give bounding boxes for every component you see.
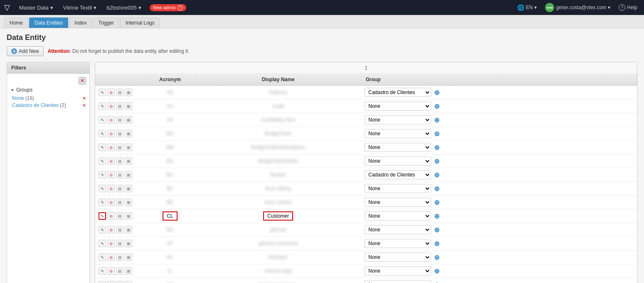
new-admin-badge[interactable]: New admin ? bbox=[150, 4, 186, 11]
filter-none-link[interactable]: None bbox=[12, 95, 24, 101]
language-selector[interactable]: 🌐 EN ▾ bbox=[515, 3, 540, 12]
delete-button[interactable]: ⊖ bbox=[107, 240, 115, 247]
add-group-button[interactable]: ⊕ bbox=[433, 226, 440, 233]
delete-button[interactable]: ⊖ bbox=[107, 171, 115, 179]
add-group-button[interactable]: ⊕ bbox=[433, 157, 440, 165]
edit-button[interactable]: ✎ bbox=[99, 130, 106, 137]
edit-button[interactable]: ✎ bbox=[99, 212, 106, 220]
edit-button[interactable]: ✎ bbox=[99, 253, 106, 261]
grid-button[interactable]: ⊞ bbox=[125, 267, 132, 275]
add-group-button[interactable]: ⊕ bbox=[433, 185, 440, 192]
group-select[interactable]: Cadastro de ClientesNone bbox=[365, 129, 431, 138]
nav-b2bstore[interactable]: b2bstore005 ▾ bbox=[102, 3, 145, 12]
nav-vitrine-textil[interactable]: Vitrine Textil ▾ bbox=[59, 3, 101, 12]
grid-button[interactable]: ⊞ bbox=[125, 102, 132, 110]
group-select[interactable]: Cadastro de ClientesNone bbox=[365, 239, 431, 248]
group-select[interactable]: Cadastro de ClientesNone bbox=[365, 88, 431, 97]
delete-button[interactable]: ⊖ bbox=[107, 157, 115, 165]
copy-button[interactable]: ⊟ bbox=[116, 89, 123, 96]
add-group-button[interactable]: ⊕ bbox=[433, 144, 440, 151]
delete-button[interactable]: ⊖ bbox=[107, 130, 115, 137]
grid-button[interactable]: ⊞ bbox=[125, 199, 132, 206]
edit-button[interactable]: ✎ bbox=[99, 116, 106, 124]
add-group-button[interactable]: ⊕ bbox=[433, 116, 440, 124]
copy-button[interactable]: ⊟ bbox=[116, 185, 123, 192]
edit-button[interactable]: ✎ bbox=[99, 267, 106, 275]
group-select[interactable]: Cadastro de ClientesNone bbox=[365, 266, 431, 276]
delete-button[interactable]: ⊖ bbox=[107, 89, 115, 96]
copy-button[interactable]: ⊟ bbox=[116, 226, 123, 233]
edit-button[interactable]: ✎ bbox=[99, 185, 106, 192]
add-group-button[interactable]: ⊕ bbox=[433, 267, 440, 275]
copy-button[interactable]: ⊟ bbox=[116, 144, 123, 151]
help-button[interactable]: ? Help bbox=[616, 3, 640, 12]
filter-group-toggle[interactable]: ▼ Groups bbox=[10, 87, 86, 93]
add-group-button[interactable]: ⊕ bbox=[433, 89, 440, 96]
add-group-button[interactable]: ⊕ bbox=[433, 171, 440, 179]
add-group-button[interactable]: ⊕ bbox=[433, 102, 440, 110]
delete-button[interactable]: ⊖ bbox=[107, 226, 115, 233]
group-select[interactable]: Cadastro de ClientesNone bbox=[365, 225, 431, 234]
delete-button[interactable]: ⊖ bbox=[107, 102, 115, 110]
delete-button[interactable]: ⊖ bbox=[107, 281, 115, 283]
delete-button[interactable]: ⊖ bbox=[107, 144, 115, 151]
edit-button[interactable]: ✎ bbox=[99, 89, 106, 96]
add-group-button[interactable]: ⊕ bbox=[433, 130, 440, 137]
group-select[interactable]: Cadastro de ClientesNone bbox=[365, 211, 431, 221]
filter-cadastro-remove[interactable]: ✕ bbox=[82, 103, 86, 108]
filter-none-remove[interactable]: ✕ bbox=[82, 96, 86, 101]
delete-button[interactable]: ⊖ bbox=[107, 199, 115, 206]
grid-button[interactable]: ⊞ bbox=[125, 157, 132, 165]
edit-button[interactable]: ✎ bbox=[99, 102, 106, 110]
copy-button[interactable]: ⊟ bbox=[116, 157, 123, 165]
copy-button[interactable]: ⊟ bbox=[116, 171, 123, 179]
copy-button[interactable]: ⊟ bbox=[116, 240, 123, 247]
group-select[interactable]: Cadastro de ClientesNone bbox=[365, 184, 431, 193]
grid-button[interactable]: ⊞ bbox=[125, 171, 132, 179]
tab-home[interactable]: Home bbox=[4, 17, 28, 28]
edit-button[interactable]: ✎ bbox=[99, 144, 106, 151]
group-select[interactable]: Cadastro de ClientesNone bbox=[365, 280, 431, 283]
copy-button[interactable]: ⊟ bbox=[116, 102, 123, 110]
delete-button[interactable]: ⊖ bbox=[107, 185, 115, 192]
delete-button[interactable]: ⊖ bbox=[107, 253, 115, 261]
tab-internal-logs[interactable]: Internal Logs bbox=[120, 17, 160, 28]
nav-master-data[interactable]: Master Data ▾ bbox=[15, 3, 57, 12]
copy-button[interactable]: ⊟ bbox=[116, 130, 123, 137]
grid-button[interactable]: ⊞ bbox=[125, 253, 132, 261]
copy-button[interactable]: ⊟ bbox=[116, 281, 123, 283]
grid-button[interactable]: ⊞ bbox=[125, 130, 132, 137]
tab-data-entities[interactable]: Data Entities bbox=[29, 17, 68, 28]
grid-button[interactable]: ⊞ bbox=[125, 281, 132, 283]
group-select[interactable]: Cadastro de ClientesNone bbox=[365, 170, 431, 179]
grid-button[interactable]: ⊞ bbox=[125, 144, 132, 151]
add-group-button[interactable]: ⊕ bbox=[433, 240, 440, 247]
grid-button[interactable]: ⊞ bbox=[125, 185, 132, 192]
filter-close-button[interactable]: ✕ bbox=[79, 77, 86, 84]
delete-button[interactable]: ⊖ bbox=[107, 267, 115, 275]
group-select[interactable]: Cadastro de ClientesNone bbox=[365, 143, 431, 152]
user-menu[interactable]: ●●● gelse.costa@vtex.com ▾ bbox=[543, 2, 613, 13]
add-group-button[interactable]: ⊕ bbox=[433, 199, 440, 206]
grid-button[interactable]: ⊞ bbox=[125, 212, 132, 220]
tab-index[interactable]: Index bbox=[69, 17, 92, 28]
group-select[interactable]: Cadastro de ClientesNone bbox=[365, 198, 431, 207]
delete-button[interactable]: ⊖ bbox=[107, 212, 115, 220]
add-group-button[interactable]: ⊕ bbox=[433, 253, 440, 261]
group-select[interactable]: Cadastro de ClientesNone bbox=[365, 253, 431, 262]
copy-button[interactable]: ⊟ bbox=[116, 116, 123, 124]
add-group-button[interactable]: ⊕ bbox=[433, 212, 440, 220]
edit-button[interactable]: ✎ bbox=[99, 171, 106, 179]
tab-trigger[interactable]: Trigger bbox=[93, 17, 119, 28]
edit-button[interactable]: ✎ bbox=[99, 240, 106, 247]
edit-button[interactable]: ✎ bbox=[99, 281, 106, 283]
delete-button[interactable]: ⊖ bbox=[107, 116, 115, 124]
add-new-button[interactable]: + Add New bbox=[7, 46, 44, 56]
grid-button[interactable]: ⊞ bbox=[125, 240, 132, 247]
grid-button[interactable]: ⊞ bbox=[125, 226, 132, 233]
copy-button[interactable]: ⊟ bbox=[116, 253, 123, 261]
copy-button[interactable]: ⊟ bbox=[116, 267, 123, 275]
add-group-button[interactable]: ⊕ bbox=[433, 281, 440, 283]
edit-button[interactable]: ✎ bbox=[99, 199, 106, 206]
group-select[interactable]: Cadastro de ClientesNone bbox=[365, 115, 431, 124]
